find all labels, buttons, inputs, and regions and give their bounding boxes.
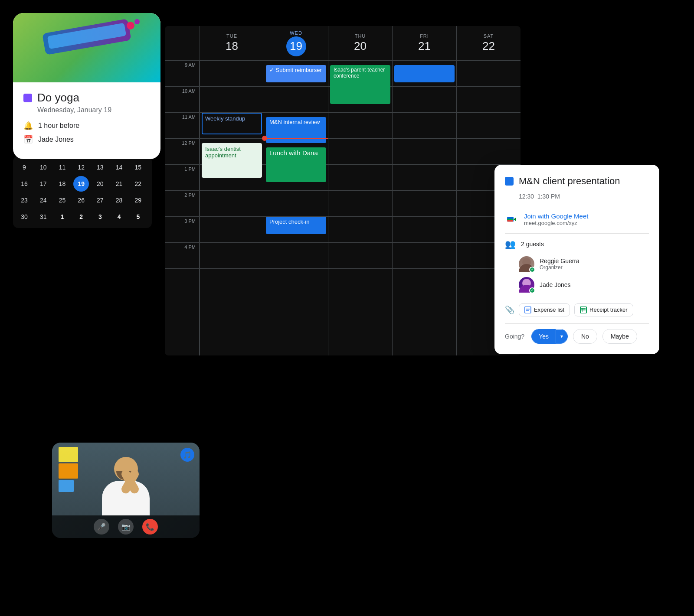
cal-day-label-wed: WED [290, 30, 302, 36]
mini-cal-cell[interactable]: 1 [54, 209, 70, 225]
going-label: Going? [505, 333, 524, 340]
mini-cal-cell[interactable]: 11 [54, 160, 70, 175]
mini-cal-cell[interactable]: 24 [36, 192, 51, 208]
cal-day-tue: TUE 18 [200, 26, 264, 60]
video-background: 🎵 🎤 📷 📞 [52, 443, 200, 538]
event-fri-bar[interactable] [394, 65, 455, 82]
toggle-camera-button[interactable]: 📷 [118, 519, 134, 535]
event-mn-internal[interactable]: M&N internal review [266, 117, 326, 143]
svg-rect-5 [526, 310, 530, 310]
attachment-receipt-tracker[interactable]: Receipt tracker [574, 303, 633, 316]
guests-count: 2 guests [521, 241, 544, 248]
grid-slot [393, 87, 456, 113]
mini-cal-cell[interactable]: 16 [16, 176, 32, 192]
yoga-calendar: Jade Jones [38, 136, 74, 143]
mini-cal-cell[interactable]: 3 [92, 209, 108, 225]
event-isaacs-parent-label: Isaac's parent-teacher conference [334, 67, 385, 79]
mini-cal-grid: 9 10 11 12 13 14 15 16 17 18 19 20 21 22… [16, 160, 148, 225]
going-maybe-button[interactable]: Maybe [602, 329, 637, 344]
mini-cal-cell[interactable]: 23 [16, 192, 32, 208]
meet-join-link[interactable]: Join with Google Meet [524, 212, 588, 220]
mini-cal-cell[interactable]: 17 [36, 176, 51, 192]
yoga-card-body: Do yoga Wednesday, January 19 🔔 1 hour b… [13, 82, 160, 159]
mini-cal-today[interactable]: 19 [73, 176, 89, 192]
sheets-icon [580, 306, 587, 313]
mini-calendar: 9 10 11 12 13 14 15 16 17 18 19 20 21 22… [13, 156, 152, 228]
event-isaacs-dentist[interactable]: Isaac's dentist appointment [202, 143, 262, 178]
yoga-card: Do yoga Wednesday, January 19 🔔 1 hour b… [13, 13, 160, 159]
meet-url: meet.google.com/xyz [524, 220, 588, 226]
mini-cal-cell[interactable]: 25 [54, 192, 70, 208]
mini-cal-cell[interactable]: 2 [73, 209, 89, 225]
cal-day-sat: SAT 22 [456, 26, 520, 60]
guest-name-jade: Jade Jones [540, 281, 571, 288]
grid-slot [200, 191, 264, 217]
attachment-expense-list[interactable]: Expense list [519, 303, 570, 316]
cal-day-label-fri: FRI [420, 33, 429, 39]
grid-slot [200, 217, 264, 243]
bell-icon: 🔔 [23, 121, 33, 130]
grid-slot [328, 217, 392, 243]
mini-cal-cell[interactable]: 30 [16, 209, 32, 225]
svg-rect-10 [581, 310, 586, 310]
mini-cal-cell[interactable]: 15 [130, 160, 146, 175]
mini-cal-cell[interactable]: 21 [111, 176, 127, 192]
mini-cal-cell[interactable]: 12 [73, 160, 89, 175]
mini-cal-cell[interactable]: 31 [36, 209, 51, 225]
mini-cal-cell[interactable]: 28 [111, 192, 127, 208]
svg-rect-6 [526, 310, 529, 311]
popup-meet-row: Join with Google Meet meet.google.com/xy… [505, 212, 649, 226]
mini-cal-cell[interactable]: 26 [73, 192, 89, 208]
svg-rect-11 [583, 308, 583, 312]
audio-active-badge: 🎵 [180, 448, 194, 462]
sticky-notes-area [59, 447, 78, 492]
yoga-calendar-row: 📅 Jade Jones [23, 135, 150, 144]
mini-cal-cell[interactable]: 5 [130, 209, 146, 225]
mini-cal-cell[interactable]: 22 [130, 176, 146, 192]
event-project-checkin[interactable]: Project check-in [266, 217, 326, 234]
yoga-color-dot [23, 94, 32, 102]
yoga-reminder: 1 hour before [38, 122, 79, 130]
mini-cal-cell[interactable]: 4 [111, 209, 127, 225]
grid-slot [393, 217, 456, 243]
popup-header: M&N client presentation [505, 175, 649, 188]
event-submit-reimburse[interactable]: ✓ Submit reimburser [266, 65, 326, 82]
popup-divider-4 [505, 323, 649, 324]
grid-slot [200, 87, 264, 113]
grid-slot [200, 243, 264, 269]
cal-day-num-sat: 22 [482, 39, 495, 53]
going-dropdown-arrow[interactable]: ▾ [556, 330, 567, 343]
mini-cal-cell[interactable]: 10 [36, 160, 51, 175]
calendar-icon: 📅 [23, 135, 33, 144]
mini-cal-cell[interactable]: 14 [111, 160, 127, 175]
grid-slot [457, 113, 520, 139]
going-yes-button[interactable]: Yes [532, 329, 556, 343]
cal-day-num-thu: 20 [354, 39, 367, 53]
end-call-button[interactable]: 📞 [142, 519, 158, 535]
svg-rect-8 [581, 308, 586, 309]
event-lunch-dana[interactable]: Lunch with Dana [266, 147, 326, 182]
cal-header: TUE 18 WED 19 THU 20 FRI 21 SAT 22 [165, 26, 520, 61]
guest-avatar-reggie: ✓ [519, 256, 534, 272]
mini-cal-cell[interactable]: 27 [92, 192, 108, 208]
event-weekly-standup[interactable]: Weekly standup [202, 113, 262, 134]
grid-slot [200, 61, 264, 87]
mini-cal-cell[interactable]: 29 [130, 192, 146, 208]
mini-cal-cell[interactable]: 13 [92, 160, 108, 175]
grid-slot [393, 165, 456, 191]
svg-rect-12 [584, 308, 584, 312]
mute-microphone-button[interactable]: 🎤 [94, 519, 109, 535]
mini-cal-cell[interactable]: 9 [16, 160, 32, 175]
grid-slot [264, 87, 328, 113]
event-standup-label: Weekly standup [203, 114, 261, 124]
yoga-reminder-row: 🔔 1 hour before [23, 121, 150, 130]
event-detail-popup: M&N client presentation 12:30–1:30 PM Jo… [494, 165, 659, 354]
mini-cal-cell[interactable]: 20 [92, 176, 108, 192]
going-no-button[interactable]: No [573, 329, 597, 344]
mini-cal-cell[interactable]: 18 [54, 176, 70, 192]
guest-name-reggie: Reggie Guerra [540, 257, 579, 264]
popup-color-dot [505, 177, 514, 186]
going-yes-group[interactable]: Yes ▾ [531, 329, 568, 344]
event-isaacs-parent[interactable]: Isaac's parent-teacher conference [330, 65, 390, 104]
grid-slot [328, 191, 392, 217]
